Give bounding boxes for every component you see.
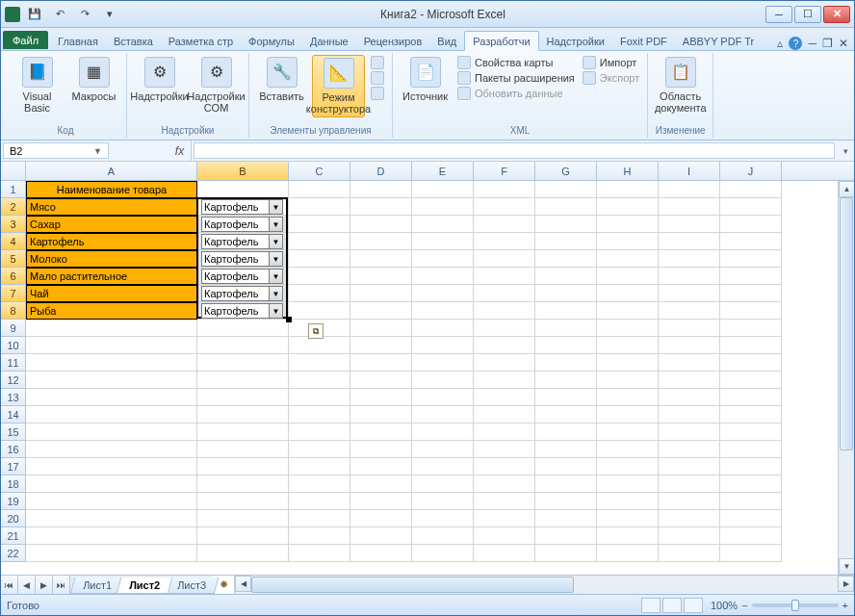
- row-header-13[interactable]: 13: [1, 389, 26, 406]
- cell-D5[interactable]: [350, 250, 412, 268]
- cell-A12[interactable]: [26, 372, 197, 389]
- cell-E5[interactable]: [412, 250, 474, 268]
- cell-J5[interactable]: [720, 250, 782, 268]
- cell-J3[interactable]: [720, 216, 782, 233]
- cell-G3[interactable]: [535, 216, 597, 233]
- cell-I14[interactable]: [659, 406, 720, 424]
- cell-I3[interactable]: [659, 216, 720, 233]
- cell-C6[interactable]: [289, 268, 350, 285]
- cell-H14[interactable]: [597, 406, 659, 424]
- sheet-tab-1[interactable]: Лист2: [117, 578, 173, 594]
- cell-A9[interactable]: [26, 320, 197, 337]
- help-icon[interactable]: ?: [789, 37, 802, 50]
- cell-C21[interactable]: [289, 527, 350, 545]
- cell-H3[interactable]: [597, 216, 659, 233]
- row-header-5[interactable]: 5: [1, 250, 26, 268]
- sheet-tab-2[interactable]: Лист3: [165, 578, 220, 594]
- cell-C18[interactable]: [289, 475, 350, 493]
- row-header-10[interactable]: 10: [1, 337, 26, 354]
- col-header-C[interactable]: C: [289, 162, 350, 180]
- row-header-12[interactable]: 12: [1, 372, 26, 389]
- cell-H12[interactable]: [597, 372, 659, 389]
- cell-D2[interactable]: [350, 198, 412, 216]
- cell-I9[interactable]: [659, 320, 720, 337]
- cell-I19[interactable]: [659, 493, 720, 510]
- cell-I6[interactable]: [659, 268, 720, 285]
- cell-A11[interactable]: [26, 354, 197, 372]
- tab-2[interactable]: Разметка стр: [161, 32, 241, 50]
- cell-I8[interactable]: [659, 302, 720, 320]
- row-header-20[interactable]: 20: [1, 510, 26, 527]
- cell-I1[interactable]: [659, 181, 720, 198]
- cell-J17[interactable]: [720, 458, 782, 475]
- cell-G1[interactable]: [535, 181, 597, 198]
- cell-A1[interactable]: Наименование товара: [26, 181, 197, 198]
- cell-J8[interactable]: [720, 302, 782, 320]
- cell-D7[interactable]: [350, 285, 412, 302]
- cell-F21[interactable]: [474, 527, 535, 545]
- formula-input[interactable]: [194, 142, 835, 159]
- cell-F14[interactable]: [474, 406, 535, 424]
- cell-H9[interactable]: [597, 320, 659, 337]
- cell-C4[interactable]: [289, 233, 350, 250]
- cell-J16[interactable]: [720, 441, 782, 458]
- cell-D12[interactable]: [350, 372, 412, 389]
- cell-F4[interactable]: [474, 233, 535, 250]
- row-header-4[interactable]: 4: [1, 233, 26, 250]
- col-header-I[interactable]: I: [659, 162, 720, 180]
- ribbon-small2-3-0[interactable]: Импорт: [581, 55, 641, 70]
- cell-G14[interactable]: [535, 406, 597, 424]
- combobox-3[interactable]: Картофель▼: [201, 217, 283, 232]
- cell-F15[interactable]: [474, 424, 535, 441]
- row-header-18[interactable]: 18: [1, 475, 26, 493]
- col-header-E[interactable]: E: [412, 162, 474, 180]
- combobox-2[interactable]: Картофель▼: [201, 199, 283, 215]
- zoom-slider[interactable]: [752, 603, 839, 607]
- cell-C10[interactable]: [289, 337, 350, 354]
- cell-J7[interactable]: [720, 285, 782, 302]
- zoom-in-icon[interactable]: +: [842, 600, 848, 611]
- ribbon-btn-4-0[interactable]: 📋Область документа: [654, 55, 707, 116]
- cell-G10[interactable]: [535, 337, 597, 354]
- fx-icon[interactable]: fx: [168, 141, 192, 161]
- combobox-5[interactable]: Картофель▼: [201, 251, 283, 267]
- cell-J10[interactable]: [720, 337, 782, 354]
- cell-G21[interactable]: [535, 527, 597, 545]
- cell-B19[interactable]: [197, 493, 289, 510]
- tab-9[interactable]: Foxit PDF: [612, 32, 675, 50]
- row-header-17[interactable]: 17: [1, 458, 26, 475]
- view-normal-icon[interactable]: [641, 598, 661, 613]
- zoom-out-icon[interactable]: −: [741, 600, 747, 611]
- vscroll-thumb[interactable]: [840, 197, 853, 450]
- cell-B11[interactable]: [197, 354, 289, 372]
- cell-D11[interactable]: [350, 354, 412, 372]
- window-restore-icon[interactable]: ❐: [822, 37, 833, 50]
- cell-F22[interactable]: [474, 545, 535, 562]
- row-header-2[interactable]: 2: [1, 198, 26, 216]
- cell-E2[interactable]: [412, 198, 474, 216]
- cell-G16[interactable]: [535, 441, 597, 458]
- cell-I2[interactable]: [659, 198, 720, 216]
- cell-E19[interactable]: [412, 493, 474, 510]
- combobox-dropdown-icon[interactable]: ▼: [269, 218, 282, 231]
- cell-E7[interactable]: [412, 285, 474, 302]
- tab-1[interactable]: Вставка: [106, 32, 161, 50]
- tab-7[interactable]: Разработчи: [464, 31, 538, 51]
- close-button[interactable]: ✕: [823, 6, 850, 23]
- cell-C12[interactable]: [289, 372, 350, 389]
- cell-J15[interactable]: [720, 424, 782, 441]
- combobox-dropdown-icon[interactable]: ▼: [269, 235, 282, 248]
- cell-H18[interactable]: [597, 475, 659, 493]
- row-header-19[interactable]: 19: [1, 493, 26, 510]
- cell-I17[interactable]: [659, 458, 720, 475]
- cell-F16[interactable]: [474, 441, 535, 458]
- cell-I15[interactable]: [659, 424, 720, 441]
- combobox-4[interactable]: Картофель▼: [201, 234, 283, 249]
- cell-J12[interactable]: [720, 372, 782, 389]
- row-header-14[interactable]: 14: [1, 406, 26, 424]
- combobox-dropdown-icon[interactable]: ▼: [269, 304, 282, 318]
- cell-H4[interactable]: [597, 233, 659, 250]
- col-header-G[interactable]: G: [535, 162, 597, 180]
- cell-E10[interactable]: [412, 337, 474, 354]
- col-header-B[interactable]: B: [197, 162, 289, 180]
